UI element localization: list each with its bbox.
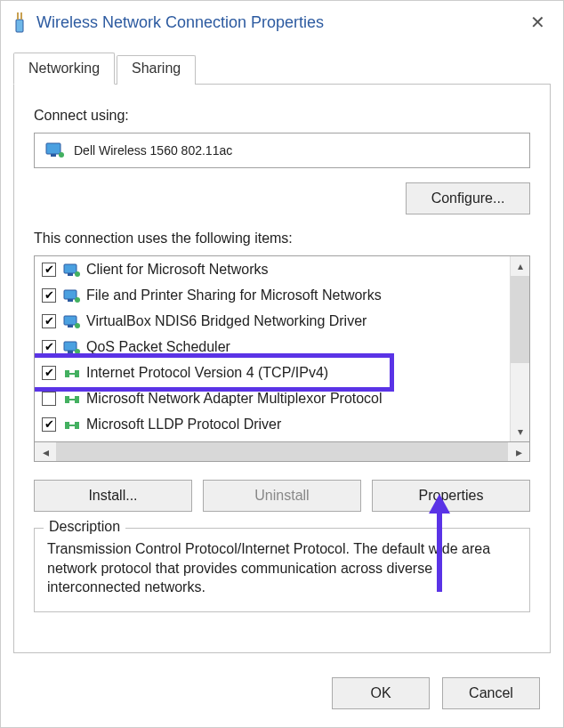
svg-rect-16 (68, 351, 73, 353)
tab-networking[interactable]: Networking (13, 53, 115, 85)
svg-rect-0 (16, 20, 23, 32)
svg-rect-13 (68, 325, 73, 328)
list-item[interactable]: Client for Microsoft Networks (35, 256, 510, 282)
svg-rect-6 (64, 264, 77, 273)
net-client-icon (63, 263, 79, 276)
dialog-footer: OK Cancel (1, 653, 563, 727)
adapter-mini-icon (45, 142, 65, 158)
net-service-icon (63, 341, 79, 353)
svg-point-11 (75, 297, 80, 303)
connect-using-label: Connect using: (34, 108, 530, 124)
svg-rect-3 (46, 143, 60, 154)
item-label: QoS Packet Scheduler (86, 339, 230, 355)
description-legend: Description (44, 519, 125, 535)
svg-rect-23 (75, 396, 79, 403)
item-label: Internet Protocol Version 4 (TCP/IPv4) (86, 365, 328, 381)
window-title: Wireless Network Connection Properties (36, 13, 523, 32)
list-item[interactable]: Internet Protocol Version 4 (TCP/IPv4) (35, 360, 510, 385)
net-service-icon (63, 289, 79, 302)
tab-sharing[interactable]: Sharing (117, 55, 196, 85)
svg-rect-24 (65, 422, 69, 429)
description-text: Transmission Control Protocol/Internet P… (47, 539, 517, 597)
svg-point-8 (75, 271, 80, 277)
adapter-name: Dell Wireless 1560 802.11ac (74, 143, 232, 158)
net-protocol-icon (63, 418, 79, 431)
item-checkbox[interactable] (42, 288, 56, 303)
svg-rect-12 (64, 316, 77, 325)
titlebar: Wireless Network Connection Properties ✕ (1, 1, 563, 44)
item-label: Microsoft LLDP Protocol Driver (86, 417, 281, 433)
ok-button[interactable]: OK (332, 677, 430, 709)
uninstall-button: Uninstall (203, 480, 361, 512)
scroll-right-arrow-icon[interactable]: ▸ (508, 445, 529, 459)
list-item[interactable]: Microsoft LLDP Protocol Driver (35, 411, 510, 437)
item-checkbox[interactable] (42, 314, 56, 328)
svg-rect-9 (64, 290, 77, 299)
configure-button[interactable]: Configure... (406, 182, 530, 214)
vertical-scrollbar[interactable]: ▴ ▾ (510, 256, 529, 441)
svg-rect-19 (69, 373, 75, 375)
install-button[interactable]: Install... (34, 480, 192, 512)
list-item[interactable]: VirtualBox NDIS6 Bridged Networking Driv… (35, 308, 510, 334)
adapter-box[interactable]: Dell Wireless 1560 802.11ac (34, 133, 530, 168)
cancel-button[interactable]: Cancel (442, 677, 540, 709)
tabs-container: Networking Sharing Connect using: Dell W… (1, 44, 563, 653)
svg-rect-20 (75, 370, 79, 377)
item-label: Client for Microsoft Networks (86, 262, 269, 278)
svg-rect-2 (20, 12, 22, 20)
item-label: Microsoft Network Adapter Multiplexor Pr… (86, 391, 383, 407)
window: Wireless Network Connection Properties ✕… (0, 0, 564, 728)
svg-rect-7 (68, 273, 73, 276)
svg-point-5 (59, 152, 64, 158)
item-checkbox[interactable] (42, 263, 56, 277)
items-listbox: Client for Microsoft NetworksFile and Pr… (34, 255, 530, 442)
item-checkbox[interactable] (42, 392, 56, 406)
svg-rect-26 (75, 422, 79, 429)
scroll-up-arrow-icon[interactable]: ▴ (511, 256, 529, 276)
items-label: This connection uses the following items… (34, 231, 530, 247)
svg-rect-22 (69, 399, 75, 400)
tab-panel-networking: Connect using: Dell Wireless 1560 802.11… (13, 84, 551, 653)
net-protocol-icon (63, 392, 79, 405)
scroll-thumb[interactable] (511, 276, 529, 363)
svg-rect-4 (51, 154, 56, 157)
item-checkbox[interactable] (42, 340, 56, 354)
list-item[interactable]: QoS Packet Scheduler (35, 334, 510, 360)
scroll-left-arrow-icon[interactable]: ◂ (35, 445, 56, 459)
description-group: Description Transmission Control Protoco… (34, 528, 530, 612)
item-checkbox[interactable] (42, 366, 56, 380)
svg-rect-25 (69, 425, 75, 426)
svg-rect-21 (65, 396, 69, 403)
horizontal-scrollbar[interactable]: ◂ ▸ (34, 442, 530, 462)
svg-point-17 (75, 349, 80, 354)
properties-button[interactable]: Properties (372, 480, 530, 512)
svg-rect-10 (68, 299, 73, 302)
adapter-icon (12, 10, 28, 35)
net-protocol-icon (63, 367, 79, 379)
list-item[interactable]: Microsoft Network Adapter Multiplexor Pr… (35, 385, 510, 411)
svg-rect-18 (65, 370, 69, 377)
net-service-icon (63, 315, 79, 328)
svg-rect-1 (17, 12, 19, 20)
item-label: File and Printer Sharing for Microsoft N… (86, 287, 382, 303)
svg-point-14 (75, 323, 80, 328)
svg-rect-15 (64, 342, 77, 351)
scroll-down-arrow-icon[interactable]: ▾ (511, 422, 529, 441)
hscroll-track[interactable] (56, 442, 508, 461)
list-item[interactable]: File and Printer Sharing for Microsoft N… (35, 282, 510, 308)
item-checkbox[interactable] (42, 417, 56, 432)
close-button[interactable]: ✕ (523, 8, 552, 36)
item-label: VirtualBox NDIS6 Bridged Networking Driv… (86, 313, 367, 329)
